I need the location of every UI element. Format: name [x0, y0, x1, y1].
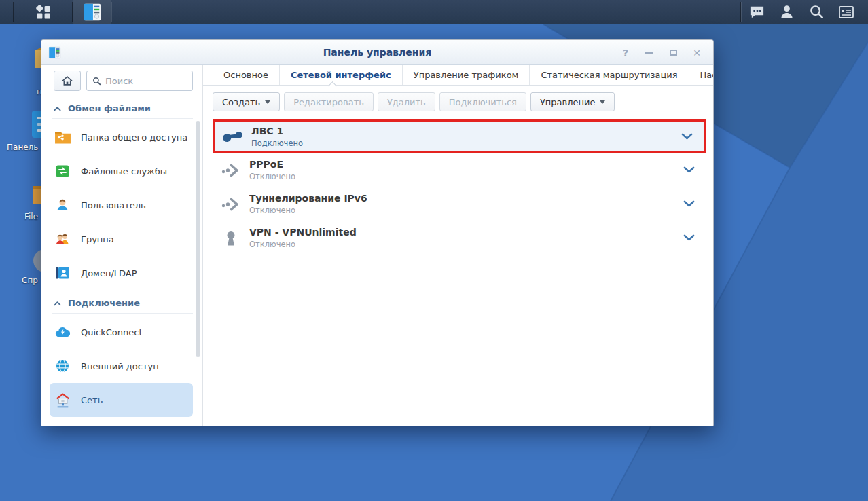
tab-bar: Основное Сетевой интерфейс Управление тр…	[203, 65, 713, 86]
dropdown-caret-icon	[600, 100, 605, 104]
file-services-icon	[54, 162, 71, 180]
shared-folder-icon	[54, 128, 71, 146]
section-label: Обмен файлами	[68, 103, 151, 113]
interface-status: Отключено	[249, 172, 295, 181]
delete-button[interactable]: Удалить	[378, 92, 435, 111]
dialup-icon	[213, 162, 249, 179]
widgets-button[interactable]	[831, 0, 861, 24]
chevron-down-icon[interactable]	[681, 133, 704, 141]
tab-network-interface[interactable]: Сетевой интерфейс	[279, 65, 402, 85]
window-title: Панель управления	[41, 47, 713, 58]
manage-button[interactable]: Управление	[530, 92, 615, 111]
sidebar: Обмен файлами Папка общего доступа	[41, 65, 203, 426]
home-icon	[61, 75, 73, 87]
interface-name: VPN - VPNUnlimited	[249, 227, 357, 238]
person-icon	[778, 3, 795, 20]
sidebar-item-external-access[interactable]: Внешний доступ	[41, 349, 202, 383]
notifications-button[interactable]	[742, 0, 772, 24]
sidebar-scrollbar[interactable]	[196, 121, 200, 357]
user-menu-button[interactable]	[772, 0, 801, 24]
sidebar-item-label: Группа	[81, 234, 114, 244]
sidebar-item-user[interactable]: Пользователь	[41, 188, 202, 222]
lan-icon	[215, 128, 251, 145]
control-panel-taskbar-button[interactable]	[73, 0, 111, 24]
dropdown-caret-icon	[265, 100, 270, 104]
taskbar-divider	[111, 2, 112, 22]
widgets-panel-icon	[837, 3, 855, 21]
control-panel-app-icon	[83, 3, 102, 22]
chat-bubble-icon	[748, 3, 765, 20]
tab-traffic-control[interactable]: Управление трафиком	[402, 65, 530, 85]
sidebar-item-domain-ldap[interactable]: Домен/LDAP	[41, 256, 202, 290]
search-button[interactable]	[801, 0, 831, 24]
interface-row-ipv6-tunnel[interactable]: Туннелирование IPv6 Отключено	[213, 187, 706, 221]
interface-row-pppoe[interactable]: PPPoE Отключено	[213, 153, 706, 187]
chevron-up-icon	[54, 106, 61, 111]
sidebar-item-label: Файловые службы	[81, 166, 167, 177]
chevron-down-icon[interactable]	[683, 166, 706, 174]
sidebar-section-file-sharing[interactable]: Обмен файлами	[52, 99, 193, 119]
tab-general[interactable]: Основное	[213, 65, 279, 85]
chevron-up-icon	[54, 301, 61, 306]
sidebar-item-label: QuickConnect	[81, 327, 143, 337]
help-icon[interactable]: ?	[620, 48, 631, 58]
sidebar-item-label: Домен/LDAP	[81, 268, 137, 278]
user-icon	[54, 196, 71, 214]
vpn-keyhole-icon	[213, 229, 249, 247]
search-icon	[92, 76, 101, 86]
apps-grid-icon	[35, 3, 52, 21]
interface-name: ЛВС 1	[251, 126, 303, 136]
domain-ldap-icon	[54, 264, 71, 282]
home-button[interactable]	[54, 71, 81, 91]
control-panel-window: Панель управления ? ✕	[41, 39, 714, 426]
minimize-icon[interactable]	[644, 48, 655, 58]
create-button[interactable]: Создать	[213, 92, 280, 111]
toolbar: Создать Редактировать Удалить Подключить…	[203, 86, 713, 117]
desktop-icon-label: Спр	[22, 276, 38, 285]
close-icon[interactable]: ✕	[691, 48, 702, 58]
sidebar-item-quickconnect[interactable]: QuickConnect	[41, 315, 202, 349]
sidebar-item-dhcp-server[interactable]: DHCP Server	[41, 417, 202, 426]
quickconnect-icon	[54, 323, 71, 341]
interface-status: Отключено	[249, 206, 367, 215]
chevron-down-icon[interactable]	[683, 234, 706, 242]
apps-menu-button[interactable]	[14, 0, 73, 24]
edit-button[interactable]: Редактировать	[284, 92, 374, 111]
desktop-icon-label: File	[24, 212, 38, 221]
interface-list: ЛВС 1 Подключено PPPoE	[213, 119, 706, 255]
sidebar-item-file-services[interactable]: Файловые службы	[41, 154, 202, 188]
interface-status: Отключено	[249, 240, 357, 249]
interface-name: Туннелирование IPv6	[249, 193, 367, 204]
sidebar-item-group[interactable]: Группа	[41, 222, 202, 256]
search-input[interactable]	[105, 76, 187, 86]
chevron-down-icon[interactable]	[683, 200, 706, 208]
interface-row-vpn[interactable]: VPN - VPNUnlimited Отключено	[213, 221, 706, 255]
search-box[interactable]	[86, 71, 193, 91]
interface-status: Подключено	[251, 138, 303, 148]
sidebar-item-label: Внешний доступ	[81, 361, 159, 371]
sidebar-section-connectivity[interactable]: Подключение	[52, 294, 193, 314]
tab-settings[interactable]: Настройки	[689, 65, 713, 85]
interface-row-lan1[interactable]: ЛВС 1 Подключено	[213, 119, 706, 153]
sidebar-item-shared-folder[interactable]: Папка общего доступа	[41, 120, 202, 154]
tab-static-route[interactable]: Статическая маршрутизация	[529, 65, 688, 85]
tunnel-icon	[213, 196, 249, 212]
window-titlebar[interactable]: Панель управления ? ✕	[41, 40, 713, 65]
group-icon	[54, 230, 71, 248]
connect-button[interactable]: Подключиться	[439, 92, 526, 111]
search-icon	[808, 3, 825, 20]
taskbar	[0, 0, 868, 24]
interface-name: PPPoE	[249, 159, 295, 170]
main-panel: Основное Сетевой интерфейс Управление тр…	[203, 65, 713, 426]
dhcp-icon	[54, 425, 71, 426]
sidebar-item-label: Сеть	[81, 395, 103, 405]
sidebar-item-label: Папка общего доступа	[81, 132, 187, 143]
maximize-icon[interactable]	[668, 48, 679, 58]
section-label: Подключение	[68, 298, 140, 308]
external-access-icon	[54, 357, 71, 375]
network-icon	[54, 391, 71, 409]
sidebar-item-label: Пользователь	[81, 200, 146, 210]
sidebar-item-network[interactable]: Сеть	[50, 383, 193, 417]
desktop-icon-label: Панель	[7, 143, 38, 152]
